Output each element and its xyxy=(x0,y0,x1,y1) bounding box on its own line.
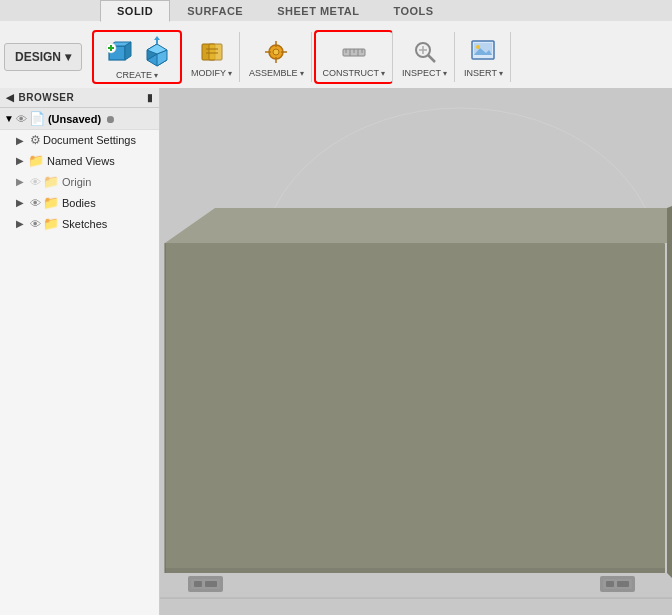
svg-rect-51 xyxy=(606,581,614,587)
bodies-label: Bodies xyxy=(62,197,96,209)
insert-button[interactable]: INSERT ▾ xyxy=(461,34,506,80)
tab-sheet-metal[interactable]: SHEET METAL xyxy=(260,0,376,21)
construct-icon xyxy=(338,36,370,68)
browser-header-left: ◀ BROWSER xyxy=(6,92,74,103)
design-label: DESIGN xyxy=(15,50,61,64)
root-record-icon[interactable]: ⏺ xyxy=(105,113,116,125)
origin-arrow[interactable]: ▶ xyxy=(16,176,28,187)
assemble-label-row: ASSEMBLE ▾ xyxy=(249,68,304,78)
design-arrow: ▾ xyxy=(65,50,71,64)
insert-group: INSERT ▾ xyxy=(457,32,511,82)
named-views-arrow[interactable]: ▶ xyxy=(16,155,28,166)
svg-marker-12 xyxy=(154,36,160,40)
create-dropdown-arrow[interactable]: ▾ xyxy=(154,71,158,80)
doc-settings-label: Document Settings xyxy=(43,134,136,146)
origin-eye-icon[interactable]: 👁 xyxy=(30,176,41,188)
browser-item-document-settings[interactable]: ▶ ⚙ Document Settings xyxy=(0,130,159,150)
root-expand-arrow[interactable]: ▼ xyxy=(4,113,14,124)
assemble-group: ASSEMBLE ▾ xyxy=(242,32,312,82)
named-views-label: Named Views xyxy=(47,155,115,167)
assemble-dropdown-arrow[interactable]: ▾ xyxy=(300,69,304,78)
toolbar-main: DESIGN ▾ xyxy=(0,21,672,93)
assemble-icon xyxy=(260,36,292,68)
root-label: (Unsaved) xyxy=(48,113,101,125)
create-icons-row xyxy=(98,34,176,70)
create-label: CREATE ▾ xyxy=(116,70,158,80)
root-folder-icon: 📄 xyxy=(29,111,45,126)
tab-row: SOLID SURFACE SHEET METAL TOOLS xyxy=(0,0,672,21)
modify-icon xyxy=(196,36,228,68)
svg-rect-41 xyxy=(165,243,665,573)
origin-folder: 📁 xyxy=(43,174,59,189)
modify-label-row: MODIFY ▾ xyxy=(191,68,232,78)
construct-group: CONSTRUCT ▾ xyxy=(314,30,394,84)
browser-item-bodies[interactable]: ▶ 👁 📁 Bodies xyxy=(0,192,159,213)
svg-point-36 xyxy=(476,45,480,49)
doc-settings-gear: ⚙ xyxy=(30,133,41,147)
design-button[interactable]: DESIGN ▾ xyxy=(4,43,82,71)
create-group: CREATE ▾ xyxy=(92,30,182,84)
inspect-icon xyxy=(409,36,441,68)
browser-title: BROWSER xyxy=(19,92,75,103)
sketches-label: Sketches xyxy=(62,218,107,230)
new-component-button[interactable] xyxy=(98,34,136,70)
origin-label: Origin xyxy=(62,176,91,188)
svg-marker-42 xyxy=(165,208,667,243)
bodies-eye-icon[interactable]: 👁 xyxy=(30,197,41,209)
browser-item-origin[interactable]: ▶ 👁 📁 Origin xyxy=(0,171,159,192)
svg-line-30 xyxy=(428,55,435,62)
construct-button[interactable]: CONSTRUCT ▾ xyxy=(320,34,389,80)
construct-dropdown-arrow[interactable]: ▾ xyxy=(381,69,385,78)
browser-item-named-views[interactable]: ▶ 📁 Named Views xyxy=(0,150,159,171)
insert-label-row: INSERT ▾ xyxy=(464,68,503,78)
new-component-icon xyxy=(101,36,133,68)
svg-rect-47 xyxy=(194,581,202,587)
browser-collapse-icon[interactable]: ◀ xyxy=(6,92,15,103)
assemble-button[interactable]: ASSEMBLE ▾ xyxy=(246,34,307,80)
bodies-folder: 📁 xyxy=(43,195,59,210)
svg-rect-14 xyxy=(209,44,222,60)
bodies-arrow[interactable]: ▶ xyxy=(16,197,28,208)
tab-tools[interactable]: TOOLS xyxy=(376,0,450,21)
browser-item-sketches[interactable]: ▶ 👁 📁 Sketches xyxy=(0,213,159,234)
inspect-group: INSPECT ▾ xyxy=(395,32,455,82)
browser-pin-icon[interactable]: ▮ xyxy=(147,92,154,103)
svg-marker-43 xyxy=(667,206,672,578)
construct-label-row: CONSTRUCT ▾ xyxy=(323,68,386,78)
doc-settings-arrow[interactable]: ▶ xyxy=(16,135,28,146)
svg-rect-48 xyxy=(205,581,217,587)
svg-rect-52 xyxy=(617,581,629,587)
tab-surface[interactable]: SURFACE xyxy=(170,0,260,21)
modify-group: MODIFY ▾ xyxy=(184,32,240,82)
root-eye-icon[interactable]: 👁 xyxy=(16,113,27,125)
inspect-label-row: INSPECT ▾ xyxy=(402,68,447,78)
inspect-button[interactable]: INSPECT ▾ xyxy=(399,34,450,80)
sketches-arrow[interactable]: ▶ xyxy=(16,218,28,229)
inspect-dropdown-arrow[interactable]: ▾ xyxy=(443,69,447,78)
viewport[interactable] xyxy=(160,88,672,615)
tab-solid[interactable]: SOLID xyxy=(100,0,170,22)
browser-root-item[interactable]: ▼ 👁 📄 (Unsaved) ⏺ xyxy=(0,108,159,130)
sketches-folder: 📁 xyxy=(43,216,59,231)
viewport-svg xyxy=(160,88,672,615)
svg-rect-44 xyxy=(165,568,665,573)
extrude-button[interactable] xyxy=(138,34,176,70)
browser-panel: ◀ BROWSER ▮ ▼ 👁 📄 (Unsaved) ⏺ ▶ ⚙ Docume… xyxy=(0,88,160,615)
svg-point-18 xyxy=(273,49,279,55)
toolbar: SOLID SURFACE SHEET METAL TOOLS DESIGN ▾ xyxy=(0,0,672,94)
insert-dropdown-arrow[interactable]: ▾ xyxy=(499,69,503,78)
modify-button[interactable]: MODIFY ▾ xyxy=(188,34,235,80)
modify-dropdown-arrow[interactable]: ▾ xyxy=(228,69,232,78)
sketches-eye-icon[interactable]: 👁 xyxy=(30,218,41,230)
insert-icon xyxy=(467,36,499,68)
extrude-icon xyxy=(141,36,173,68)
browser-header: ◀ BROWSER ▮ xyxy=(0,88,159,108)
named-views-folder: 📁 xyxy=(28,153,44,168)
